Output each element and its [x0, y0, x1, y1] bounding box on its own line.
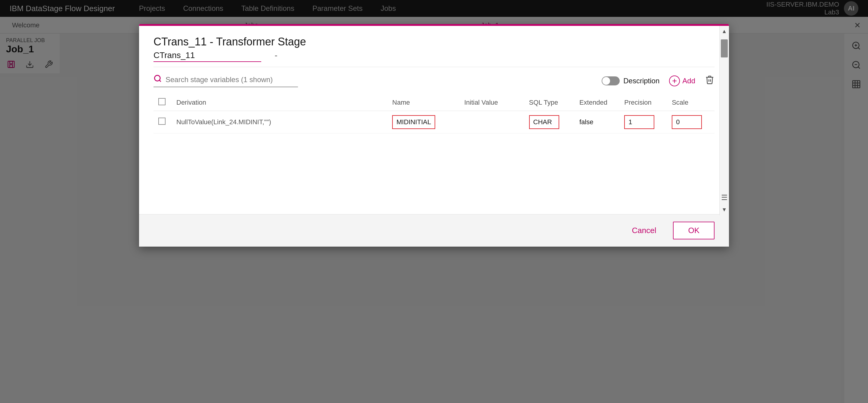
row-checkbox[interactable] [158, 117, 165, 125]
modal-overlay: CTrans_11 - Transformer Stage - [0, 0, 868, 403]
name-value: MIDINITIAL [392, 115, 435, 129]
modal-dialog: CTrans_11 - Transformer Stage - [139, 24, 729, 246]
description-toggle: Description [602, 76, 659, 86]
table-row: NullToValue(Link_24.MIDINIT,"") MIDINITI… [154, 111, 714, 134]
scroll-thumb[interactable] [721, 39, 728, 58]
row-initial-value-cell[interactable] [459, 111, 524, 134]
search-input[interactable] [165, 75, 274, 84]
modal-header: CTrans_11 - Transformer Stage - [139, 26, 729, 62]
table-wrapper: Derivation Name Initial Value SQL Type E… [154, 94, 714, 134]
modal-footer: Cancel OK [139, 214, 729, 246]
col-header-initial-value: Initial Value [459, 94, 524, 111]
modal-header-dash: - [275, 51, 277, 60]
row-name-cell[interactable]: MIDINITIAL [388, 111, 459, 134]
scroll-menu-btn[interactable]: ☰ [719, 191, 730, 204]
col-header-extended: Extended [575, 94, 619, 111]
row-derivation-cell[interactable]: NullToValue(Link_24.MIDINIT,"") [172, 111, 388, 134]
col-header-scale: Scale [667, 94, 714, 111]
description-toggle-switch[interactable] [602, 76, 620, 86]
cancel-button[interactable]: Cancel [624, 222, 663, 239]
row-sql-type-cell[interactable]: CHAR [524, 111, 575, 134]
col-header-checkbox [154, 94, 172, 111]
svg-point-12 [155, 75, 160, 81]
stage-name-input[interactable] [154, 51, 261, 62]
modal-title: CTrans_11 - Transformer Stage [154, 35, 714, 48]
stage-variables-table: Derivation Name Initial Value SQL Type E… [154, 94, 714, 134]
col-header-precision: Precision [619, 94, 667, 111]
add-button[interactable]: + Add [669, 75, 695, 86]
scale-value: 0 [672, 115, 702, 129]
search-icon [154, 74, 162, 85]
sql-type-value: CHAR [529, 115, 559, 129]
search-area [154, 74, 298, 87]
col-header-name: Name [388, 94, 459, 111]
table-header-row: Derivation Name Initial Value SQL Type E… [154, 94, 714, 111]
add-label: Add [682, 77, 695, 85]
ok-button[interactable]: OK [673, 222, 714, 239]
scroll-down-btn[interactable]: ▼ [719, 204, 730, 215]
description-label: Description [623, 77, 659, 85]
modal-body: Description + Add [139, 67, 729, 214]
add-icon: + [669, 75, 680, 86]
row-scale-cell[interactable]: 0 [667, 111, 714, 134]
select-all-checkbox[interactable] [158, 98, 165, 105]
row-checkbox-cell [154, 111, 172, 134]
delete-button[interactable] [705, 75, 714, 87]
search-controls-row: Description + Add [154, 74, 714, 87]
col-header-derivation: Derivation [172, 94, 388, 111]
row-precision-cell[interactable]: 1 [619, 111, 667, 134]
col-header-sql-type: SQL Type [524, 94, 575, 111]
scroll-track [720, 37, 729, 191]
scroll-up-btn[interactable]: ▲ [719, 26, 730, 37]
modal-scrollbar: ▲ ☰ ▼ [719, 26, 729, 215]
controls-right: Description + Add [602, 75, 714, 87]
svg-line-13 [159, 80, 161, 81]
precision-value: 1 [624, 115, 654, 129]
row-extended-cell[interactable]: false [575, 111, 619, 134]
